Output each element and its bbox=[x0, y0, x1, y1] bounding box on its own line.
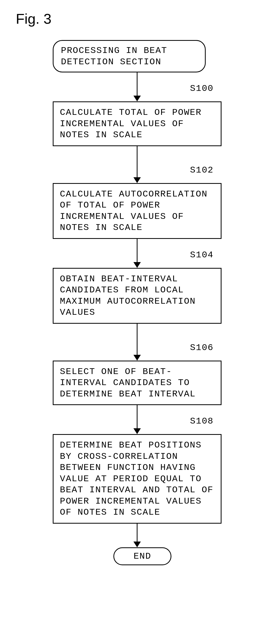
step-label-s100: S100 bbox=[190, 83, 214, 94]
arrow-to-end bbox=[53, 524, 222, 547]
step-label-s106: S106 bbox=[190, 343, 214, 353]
process-s106: SELECT ONE OF BEAT-INTERVAL CANDIDATES T… bbox=[53, 361, 222, 405]
figure-label: Fig. 3 bbox=[16, 11, 239, 27]
arrow-to-s106: S106 bbox=[53, 324, 222, 361]
arrow-to-s102: S102 bbox=[53, 146, 222, 183]
step-label-s102: S102 bbox=[190, 165, 214, 175]
process-s104: OBTAIN BEAT-INTERVAL CANDIDATES FROM LOC… bbox=[53, 268, 222, 324]
flowchart: PROCESSING IN BEAT DETECTION SECTION S10… bbox=[53, 40, 232, 565]
step-label-s104: S104 bbox=[190, 250, 214, 260]
process-s102: CALCULATE AUTOCORRELATION OF TOTAL OF PO… bbox=[53, 183, 222, 239]
process-s100: CALCULATE TOTAL OF POWER INCREMENTAL VAL… bbox=[53, 101, 222, 146]
arrow-to-s108: S108 bbox=[53, 405, 222, 434]
step-label-s108: S108 bbox=[190, 416, 214, 426]
process-s108: DETERMINE BEAT POSITIONS BY CROSS-CORREL… bbox=[53, 434, 222, 524]
arrow-to-s100: S100 bbox=[53, 72, 222, 101]
start-terminator: PROCESSING IN BEAT DETECTION SECTION bbox=[53, 40, 206, 72]
arrow-to-s104: S104 bbox=[53, 239, 222, 268]
end-terminator: END bbox=[113, 547, 171, 566]
